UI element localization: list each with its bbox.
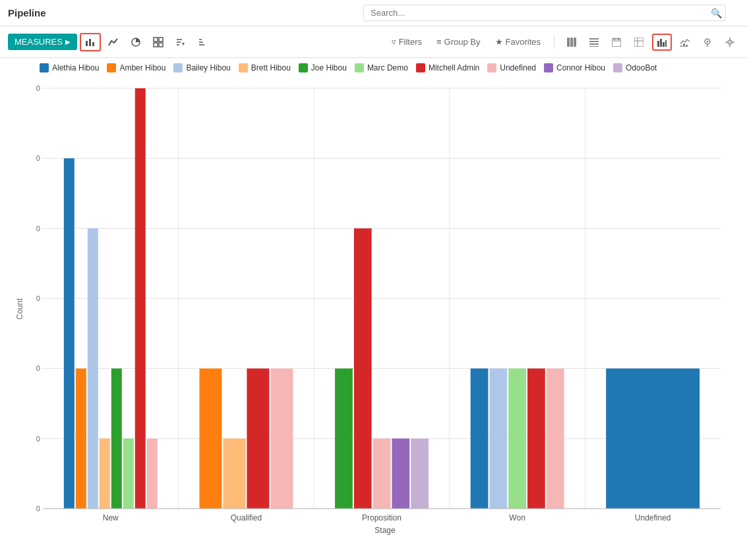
list-icon (589, 38, 599, 47)
bar[interactable] (88, 229, 98, 509)
bar[interactable] (354, 229, 372, 509)
svg-text:4.00: 4.00 (36, 225, 40, 233)
calendar-view-btn[interactable] (607, 34, 626, 51)
bar[interactable] (100, 439, 110, 509)
svg-rect-7 (159, 43, 163, 47)
legend-label: Connor Hibou (556, 63, 605, 72)
pie-chart-icon (131, 37, 141, 47)
sort-desc-icon (175, 37, 186, 47)
search-area: 🔍 (363, 5, 726, 21)
map-icon (703, 38, 712, 47)
bar[interactable] (335, 368, 353, 509)
pivot-icon-btn[interactable] (148, 33, 168, 51)
bar[interactable] (527, 368, 545, 509)
list-view-btn[interactable] (585, 34, 603, 51)
bar[interactable] (223, 439, 245, 509)
bar[interactable] (489, 368, 507, 509)
bar[interactable] (123, 439, 134, 509)
svg-rect-31 (665, 40, 667, 47)
bar[interactable] (606, 368, 700, 509)
svg-text:2.00: 2.00 (36, 364, 40, 372)
svg-rect-33 (683, 43, 685, 47)
filters-button[interactable]: ▿ Filters (386, 34, 427, 49)
line-chart-icon-btn[interactable] (104, 33, 123, 51)
bar[interactable] (547, 368, 564, 509)
bar[interactable] (373, 439, 391, 509)
bar[interactable] (76, 368, 86, 509)
favorites-button[interactable]: ★ Favorites (490, 34, 546, 49)
search-icon: 🔍 (711, 8, 722, 18)
svg-rect-21 (612, 39, 621, 47)
bar[interactable] (147, 439, 158, 509)
legend-label: Amber Hibou (119, 63, 165, 72)
svg-rect-4 (154, 38, 158, 42)
legend-color (173, 63, 183, 72)
bar[interactable] (111, 368, 122, 509)
chart-container: Count 0.001.002.003.004.005.006.00NewQua… (0, 75, 747, 543)
chart-legend: Alethia HibouAmber HibouBailey HibouBret… (0, 58, 747, 75)
bar[interactable] (392, 439, 409, 509)
measures-arrow: ▶ (65, 38, 71, 45)
bar[interactable] (64, 158, 75, 509)
legend-item: Bailey Hibou (173, 63, 230, 72)
pivot-view-btn[interactable] (630, 34, 648, 51)
legend-label: OdooBot (626, 63, 657, 72)
bar[interactable] (247, 368, 269, 509)
right-controls: ▿ Filters ≡ Group By ★ Favorites (386, 34, 739, 51)
pie-chart-icon-btn[interactable] (126, 33, 146, 51)
line-chart-icon (108, 37, 119, 47)
svg-rect-15 (570, 38, 573, 47)
sort-asc-icon-btn[interactable] (193, 33, 213, 51)
star-icon: ★ (495, 37, 503, 47)
settings-view-btn[interactable] (721, 34, 739, 51)
bar[interactable] (199, 368, 222, 509)
legend-item: Connor Hibou (544, 63, 605, 72)
filter-icon: ▿ (392, 37, 396, 47)
legend-color (299, 63, 308, 72)
kanban-view-btn[interactable] (562, 34, 581, 51)
area-graph-view-btn[interactable] (676, 34, 694, 51)
kanban-icon (567, 38, 576, 47)
map-view-btn[interactable] (698, 34, 717, 51)
sort-asc-icon (198, 37, 208, 47)
svg-text:Undefined: Undefined (635, 513, 671, 522)
search-input[interactable] (363, 5, 726, 21)
legend-item: Brett Hibou (239, 63, 291, 72)
settings-icon (725, 38, 734, 47)
chart-svg-area: 0.001.002.003.004.005.006.00NewQualified… (36, 82, 734, 536)
bar-graph-view-btn[interactable] (652, 34, 672, 51)
groupby-button[interactable]: ≡ Group By (431, 34, 486, 49)
svg-text:New: New (103, 513, 119, 522)
svg-point-37 (707, 40, 709, 42)
legend-label: Brett Hibou (251, 63, 291, 72)
sort-desc-icon-btn[interactable] (171, 33, 191, 51)
svg-rect-18 (589, 41, 599, 42)
legend-label: Bailey Hibou (186, 63, 230, 72)
svg-text:Proposition: Proposition (362, 513, 402, 522)
bar-chart-icon (85, 37, 96, 47)
svg-text:Stage: Stage (374, 526, 396, 535)
bar[interactable] (508, 368, 526, 509)
svg-text:Won: Won (509, 513, 525, 522)
bar[interactable] (471, 368, 489, 509)
legend-color (487, 63, 496, 72)
bar[interactable] (411, 439, 429, 509)
svg-rect-6 (154, 43, 158, 47)
legend-item: Joe Hibou (299, 63, 347, 72)
bar-chart-icon-btn[interactable] (80, 33, 101, 51)
svg-rect-17 (589, 38, 599, 40)
legend-label: Joe Hibou (311, 63, 347, 72)
svg-text:0.00: 0.00 (36, 505, 40, 513)
legend-color (355, 63, 364, 72)
measures-button[interactable]: MEASURES ▶ (8, 34, 77, 50)
svg-text:1.00: 1.00 (36, 435, 40, 443)
y-axis-label: Count (15, 298, 24, 320)
groupby-icon: ≡ (436, 37, 442, 47)
svg-rect-19 (589, 43, 599, 45)
legend-label: Marc Demo (367, 63, 408, 72)
svg-rect-32 (680, 45, 682, 47)
bar[interactable] (270, 368, 293, 509)
bar[interactable] (135, 88, 146, 509)
bar-chart: 0.001.002.003.004.005.006.00NewQualified… (36, 82, 734, 536)
pivot-icon (153, 37, 164, 47)
